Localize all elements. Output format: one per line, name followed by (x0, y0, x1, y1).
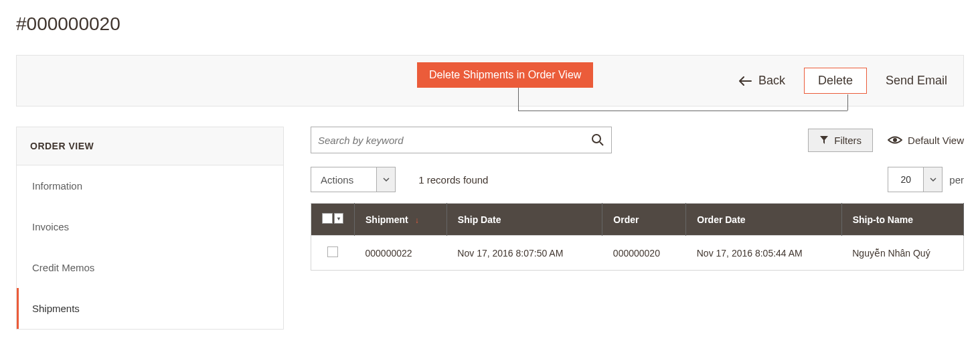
sidebar-item-information[interactable]: Information (17, 165, 283, 206)
cell-shipment: 000000022 (355, 236, 447, 271)
sidebar-item-credit-memos[interactable]: Credit Memos (17, 247, 283, 288)
header-order-date[interactable]: Order Date (686, 204, 841, 236)
page-size-value: 20 (888, 167, 923, 192)
action-bar: Delete Shipments in Order View Back Dele… (16, 55, 964, 106)
sidebar-title: ORDER VIEW (17, 127, 283, 165)
per-label: per (949, 174, 964, 186)
checkbox-icon[interactable] (327, 246, 338, 257)
funnel-icon (819, 135, 829, 145)
send-email-button[interactable]: Send Email (886, 74, 947, 88)
sort-arrow-icon: ↓ (415, 216, 419, 225)
table-header-row: ▾ Shipment ↓ Ship Date Order Order Date … (311, 204, 964, 236)
sidebar-item-invoices[interactable]: Invoices (17, 206, 283, 247)
header-shipment[interactable]: Shipment ↓ (355, 204, 447, 236)
filters-label: Filters (834, 135, 862, 146)
header-checkbox[interactable]: ▾ (311, 204, 355, 236)
table-row[interactable]: 000000022 Nov 17, 2016 8:07:50 AM 000000… (311, 236, 964, 271)
annotation-badge: Delete Shipments in Order View (417, 62, 593, 88)
arrow-left-icon (738, 76, 752, 86)
back-button[interactable]: Back (738, 74, 785, 88)
cell-order: 000000020 (602, 236, 686, 271)
header-ship-date[interactable]: Ship Date (446, 204, 602, 236)
cell-order-date: Nov 17, 2016 8:05:44 AM (686, 236, 841, 271)
svg-line-1 (600, 142, 603, 145)
svg-point-0 (592, 135, 600, 143)
page-size-select[interactable]: 20 (888, 167, 943, 192)
sidebar-item-shipments[interactable]: Shipments (17, 288, 283, 329)
eye-icon (888, 135, 902, 145)
search-input[interactable] (318, 135, 591, 146)
header-order[interactable]: Order (602, 204, 686, 236)
caret-down-icon[interactable] (923, 167, 942, 192)
filters-button[interactable]: Filters (808, 129, 873, 152)
page-title: #000000020 (16, 13, 964, 35)
delete-button[interactable]: Delete (804, 68, 867, 94)
caret-down-icon[interactable] (376, 167, 395, 192)
content: Filters Default View Actions (311, 127, 964, 330)
header-ship-to-name[interactable]: Ship-to Name (841, 204, 963, 236)
header-shipment-label: Shipment (365, 214, 408, 225)
sidebar: ORDER VIEW Information Invoices Credit M… (16, 127, 284, 330)
default-view-button[interactable]: Default View (888, 135, 964, 146)
cell-ship-to-name: Nguyễn Nhân Quý (841, 236, 963, 271)
annotation-connector (518, 111, 847, 111)
annotation-connector (518, 88, 519, 111)
svg-point-2 (893, 138, 897, 142)
shipments-table: ▾ Shipment ↓ Ship Date Order Order Date … (311, 203, 964, 271)
cell-ship-date: Nov 17, 2016 8:07:50 AM (446, 236, 602, 271)
caret-down-icon[interactable]: ▾ (334, 213, 343, 224)
annotation-connector (847, 94, 848, 111)
row-checkbox-cell[interactable] (311, 236, 355, 271)
back-label: Back (758, 74, 785, 88)
records-found: 1 records found (418, 174, 488, 186)
actions-dropdown[interactable]: Actions (311, 167, 396, 192)
checkbox-icon[interactable] (322, 213, 333, 224)
search-box[interactable] (311, 127, 612, 153)
default-view-label: Default View (908, 135, 964, 146)
actions-label: Actions (311, 174, 376, 186)
search-icon[interactable] (591, 133, 604, 147)
